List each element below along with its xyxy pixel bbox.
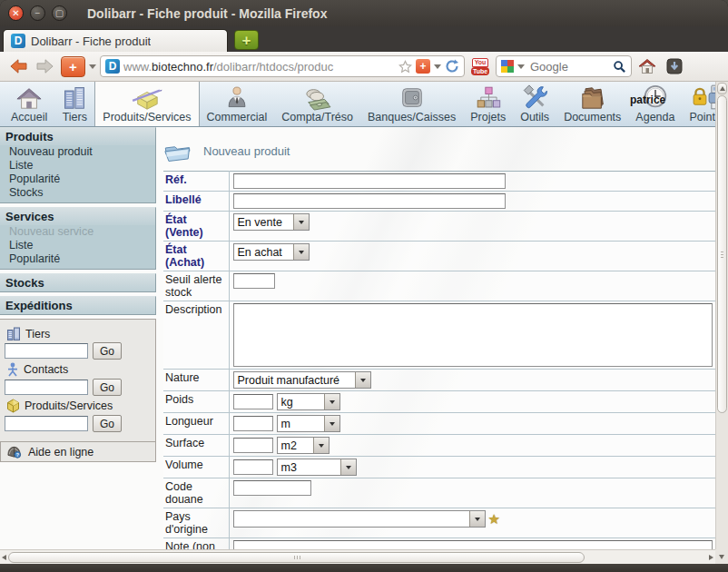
chevron-down-icon	[475, 518, 480, 521]
clock-icon: patrice	[642, 84, 669, 111]
input-réf[interactable]	[233, 173, 506, 189]
horizontal-scrollbar[interactable]	[0, 549, 715, 564]
menu-item-label: Banques/Caisses	[368, 111, 456, 123]
select-état-vente[interactable]: En vente	[233, 213, 310, 231]
sidebar-quick-search: TiersGoContactsGoProduits/ServicesGo	[0, 319, 156, 442]
select-pays-d-origine[interactable]	[233, 510, 486, 528]
sidebar-section-title: Services	[0, 208, 155, 225]
input-longueur[interactable]	[233, 416, 273, 431]
search-bar[interactable]	[496, 55, 632, 77]
minimize-button[interactable]: −	[30, 5, 45, 21]
scroll-up-button[interactable]	[717, 83, 727, 94]
back-button[interactable]	[6, 55, 30, 77]
star-icon: ★	[488, 511, 500, 527]
chevron-down-icon[interactable]	[434, 64, 441, 69]
search-input[interactable]	[528, 59, 609, 74]
input-seuil-alerte-stock[interactable]	[233, 273, 275, 289]
close-button[interactable]: ✕	[8, 5, 24, 21]
scroll-left-button[interactable]	[0, 552, 8, 563]
field-label: Description	[163, 301, 229, 370]
main-area: Nouveau produit Réf.LibelléÉtat (Vente)E…	[156, 127, 715, 549]
input-volume[interactable]	[233, 459, 273, 475]
scroll-down-button[interactable]	[715, 549, 728, 564]
tab-dolibarr[interactable]: D Dolibarr - Fiche produit	[3, 29, 228, 52]
menu-item-accueil[interactable]: Accueil	[4, 82, 54, 126]
select-état-achat[interactable]: En achat	[233, 243, 310, 261]
menu-item-documents[interactable]: Documents	[556, 82, 628, 126]
quick-search-label: Contacts	[6, 362, 151, 377]
select-volume-unit[interactable]: m3	[277, 459, 357, 476]
menu-item-banques-caisses[interactable]: Banques/Caisses	[360, 82, 463, 126]
url-bar[interactable]: D www.biotechno.fr/dolibarr/htdocs/produ…	[100, 55, 465, 77]
search-icon[interactable]	[613, 60, 626, 74]
select-arrow-button[interactable]	[355, 372, 370, 388]
input-libellé[interactable]	[233, 193, 506, 209]
field-cell: m	[229, 413, 715, 435]
home-button[interactable]	[635, 55, 659, 77]
field-label: Volume	[163, 457, 229, 478]
select-arrow-button[interactable]	[324, 416, 339, 431]
select-arrow-button[interactable]	[293, 244, 309, 260]
chevron-down-icon[interactable]	[517, 64, 525, 69]
select-nature[interactable]: Produit manufacturé	[233, 371, 371, 389]
folder-icon	[163, 139, 192, 163]
new-tab-button[interactable]: +	[234, 30, 259, 50]
download-button[interactable]	[663, 55, 686, 77]
vertical-scrollbar[interactable]	[715, 82, 728, 549]
menu-item-tiers[interactable]: Tiers	[54, 82, 94, 126]
quick-search-input-produits-services[interactable]	[5, 416, 88, 431]
chevron-down-icon	[346, 466, 351, 469]
form-row-poids: Poidskg	[163, 391, 715, 413]
menu-item-projets[interactable]: Projets	[463, 82, 513, 126]
sidebar-item-liste[interactable]: Liste	[0, 159, 155, 173]
select-arrow-button[interactable]	[469, 511, 485, 527]
textarea-note-non-visible-sur-les-factures[interactable]	[233, 540, 713, 549]
select-surface-unit[interactable]: m2	[277, 437, 330, 454]
menu-item-compta-tr-so[interactable]: Compta/Tréso	[274, 82, 360, 126]
horizontal-scrollbar-thumb[interactable]	[8, 552, 585, 563]
sidebar-item-popularité[interactable]: Popularité	[0, 252, 155, 266]
select-poids-unit[interactable]: kg	[277, 393, 340, 410]
form-row-état-vente: État (Vente)En vente	[163, 212, 715, 242]
help-online-link[interactable]: ?Aide en ligne	[0, 442, 156, 462]
field-label: Longueur	[163, 413, 229, 435]
input-code-douane[interactable]	[233, 480, 311, 496]
folders-icon	[579, 84, 606, 111]
field-cell	[229, 301, 715, 370]
youtube-icon[interactable]: You Tube	[468, 54, 492, 78]
quick-search-input-contacts[interactable]	[5, 380, 88, 395]
menu-item-label: Accueil	[11, 111, 47, 123]
quick-search-input-tiers[interactable]	[5, 343, 88, 359]
select-arrow-button[interactable]	[324, 394, 339, 409]
menu-item-agenda[interactable]: patriceAgenda	[628, 82, 682, 126]
star-outline-icon[interactable]	[398, 60, 412, 74]
menu-item-outils[interactable]: Outils	[513, 82, 556, 126]
select-longueur-unit[interactable]: m	[277, 415, 340, 432]
chevron-down-icon[interactable]	[89, 64, 96, 69]
go-button[interactable]: Go	[93, 379, 122, 396]
plus-badge-icon[interactable]: +	[416, 59, 430, 74]
sidebar-item-stocks[interactable]: Stocks	[0, 186, 155, 200]
go-button[interactable]: Go	[93, 342, 122, 360]
vertical-scrollbar-thumb[interactable]	[717, 95, 727, 413]
sidebar-item-popularité[interactable]: Popularité	[0, 173, 155, 186]
scroll-right-button[interactable]	[706, 552, 715, 563]
form-row-seuil-alerte-stock: Seuil alerte stock	[163, 271, 715, 301]
maximize-button[interactable]: ▢	[52, 5, 67, 21]
go-button[interactable]: Go	[93, 415, 122, 432]
menu-item-commercial[interactable]: Commercial	[200, 82, 275, 126]
forward-button[interactable]	[34, 55, 57, 77]
textarea-description[interactable]	[233, 303, 713, 367]
menu-item-produits-services[interactable]: Produits/Services	[94, 82, 199, 126]
input-surface[interactable]	[233, 438, 273, 453]
select-arrow-button[interactable]	[340, 459, 356, 475]
sidebar-item-liste[interactable]: Liste	[0, 239, 155, 252]
field-label: Seuil alerte stock	[163, 271, 229, 301]
reload-icon[interactable]	[445, 59, 459, 74]
sidebar-item-nouveau-produit[interactable]: Nouveau produit	[0, 145, 155, 159]
newtab-toolbar-button[interactable]: +	[61, 56, 85, 77]
input-poids[interactable]	[233, 394, 273, 409]
help-online-label: Aide en ligne	[28, 446, 93, 459]
select-arrow-button[interactable]	[293, 214, 309, 230]
select-arrow-button[interactable]	[313, 438, 329, 453]
